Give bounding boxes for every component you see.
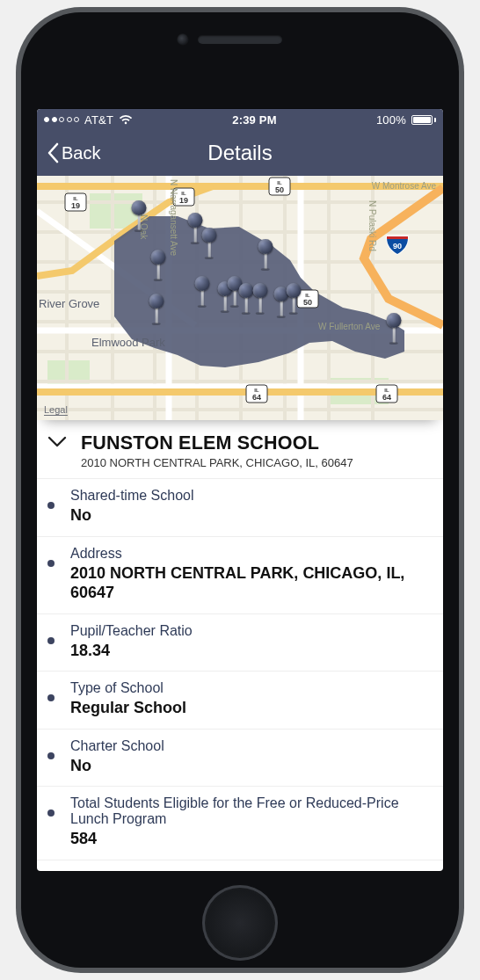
map-pin[interactable]: [258, 239, 273, 271]
content-scroll[interactable]: FUNSTON ELEM SCHOOL 2010 NORTH CENTRAL P…: [37, 420, 443, 871]
detail-label: Shared-time School: [70, 488, 431, 504]
school-address-line: 2010 NORTH CENTRAL PARK, CHICAGO, IL, 60…: [81, 456, 353, 469]
detail-value: No: [70, 756, 431, 776]
detail-label: Type of School: [70, 680, 431, 696]
phone-top-area: [0, 0, 480, 97]
detail-label: Phone Number: [70, 869, 431, 872]
svg-text:90: 90: [393, 242, 402, 250]
map-road-fullerton: W Fullerton Ave: [318, 322, 380, 331]
detail-row: Shared-time SchoolNo: [37, 479, 443, 537]
svg-text:50: 50: [275, 185, 284, 194]
detail-value: Regular School: [70, 698, 431, 718]
bullet-icon: [47, 560, 55, 567]
battery-percentage: 100%: [376, 113, 406, 127]
svg-text:50: 50: [303, 298, 312, 307]
back-button[interactable]: Back: [40, 130, 105, 176]
map-pin[interactable]: [149, 294, 164, 325]
detail-label: Charter School: [70, 738, 431, 754]
detail-row: Address2010 NORTH CENTRAL PARK, CHICAGO,…: [37, 537, 443, 614]
chevron-left-icon: [46, 142, 60, 163]
nav-bar: Back Details: [37, 130, 443, 176]
map-pin[interactable]: [150, 250, 166, 281]
phone-frame: AT&T 2:39 PM 100%: [0, 0, 480, 980]
map-view[interactable]: IL 19 IL 19 IL 50: [37, 176, 443, 420]
collapse-toggle[interactable]: [47, 432, 72, 453]
detail-row: Pupil/Teacher Ratio18.34: [37, 614, 443, 672]
svg-text:19: 19: [179, 196, 188, 205]
map-road-narragansett: N Narragansett Ave: [169, 179, 178, 256]
chevron-down-icon: [47, 435, 67, 449]
map-pin[interactable]: [131, 200, 147, 232]
svg-text:64: 64: [252, 393, 261, 402]
detail-label: Address: [70, 546, 431, 562]
page-title: Details: [207, 141, 272, 165]
detail-value: 18.34: [70, 641, 431, 661]
map-pin[interactable]: [252, 283, 268, 315]
clock: 2:39 PM: [133, 113, 376, 127]
map-label-elmwood-park: Elmwood Park: [91, 336, 165, 349]
home-button[interactable]: [202, 885, 278, 961]
details-list: Shared-time SchoolNoAddress2010 NORTH CE…: [37, 479, 443, 871]
carrier-label: AT&T: [84, 113, 113, 127]
map-label-river-grove: River Grove: [39, 297, 99, 310]
wifi-icon: [119, 114, 133, 125]
school-header: FUNSTON ELEM SCHOOL 2010 NORTH CENTRAL P…: [37, 420, 443, 479]
bullet-icon: [47, 809, 55, 817]
detail-label: Pupil/Teacher Ratio: [70, 623, 431, 639]
detail-row: Charter SchoolNo: [37, 730, 443, 788]
detail-value: No: [70, 505, 431, 526]
bullet-icon: [47, 694, 55, 701]
map-pin[interactable]: [201, 228, 217, 259]
map-pin[interactable]: [194, 276, 210, 308]
detail-value: 584: [70, 829, 431, 849]
bullet-icon: [47, 752, 55, 759]
map-pin[interactable]: [286, 283, 302, 315]
earpiece-speaker: [198, 35, 282, 44]
bullet-icon: [47, 502, 55, 509]
bullet-icon: [47, 637, 55, 644]
map-road-pulaski: N Pulaski Rd: [367, 200, 377, 251]
signal-strength-icon: [44, 117, 79, 122]
detail-label: Total Students Eligible for the Free or …: [70, 795, 431, 827]
status-bar: AT&T 2:39 PM 100%: [37, 109, 443, 130]
detail-row: Phone Number: [37, 860, 443, 872]
front-camera: [177, 33, 189, 46]
svg-text:19: 19: [71, 201, 80, 210]
back-label: Back: [62, 143, 100, 163]
map-road-montrose: W Montrose Ave: [372, 181, 436, 191]
screen: AT&T 2:39 PM 100%: [37, 109, 443, 871]
detail-row: Total Students Eligible for the Free or …: [37, 787, 443, 860]
map-legal-link[interactable]: Legal: [44, 404, 68, 415]
battery-icon: [411, 115, 436, 125]
detail-row: Type of SchoolRegular School: [37, 671, 443, 730]
map-pin[interactable]: [386, 313, 402, 345]
svg-text:64: 64: [382, 393, 391, 402]
detail-value: 2010 NORTH CENTRAL PARK, CHICAGO, IL, 60…: [70, 563, 431, 603]
school-name: FUNSTON ELEM SCHOOL: [81, 432, 353, 454]
